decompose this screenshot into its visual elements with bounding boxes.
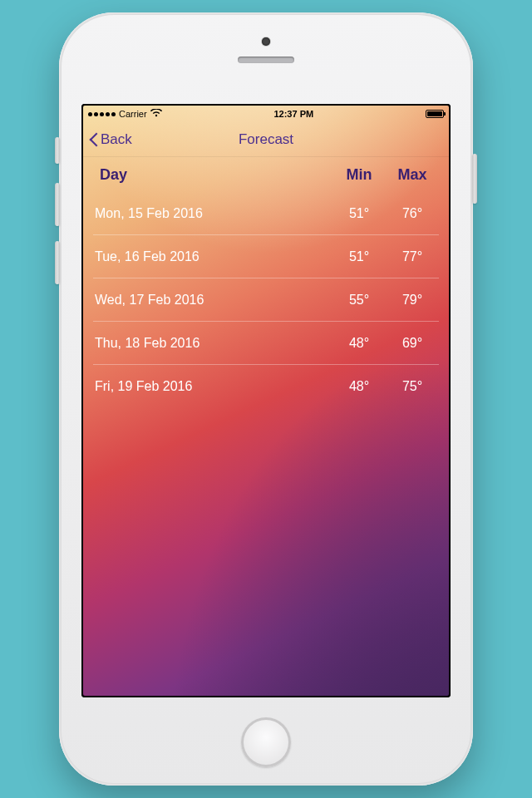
chevron-left-icon bbox=[88, 131, 99, 148]
clock-label: 12:37 PM bbox=[273, 109, 313, 119]
col-day: Day bbox=[93, 166, 332, 184]
carrier-label: Carrier bbox=[119, 109, 147, 119]
battery-icon bbox=[426, 110, 444, 118]
page-title: Forecast bbox=[239, 131, 293, 148]
mute-switch bbox=[55, 137, 60, 164]
table-row: Mon, 15 Feb 2016 51° 76° bbox=[93, 192, 439, 235]
cell-max: 76° bbox=[386, 206, 439, 221]
cell-min: 51° bbox=[332, 206, 386, 221]
cell-day: Tue, 16 Feb 2016 bbox=[93, 249, 332, 264]
cell-max: 69° bbox=[386, 336, 439, 351]
signal-strength-icon bbox=[88, 112, 116, 116]
app-screen: Carrier 12:37 PM Back Forecast bbox=[83, 106, 449, 696]
volume-down-button bbox=[55, 241, 60, 284]
table-header: Day Min Max bbox=[93, 157, 439, 192]
table-row: Thu, 18 Feb 2016 48° 69° bbox=[93, 322, 439, 365]
cell-day: Thu, 18 Feb 2016 bbox=[93, 336, 332, 351]
earpiece-icon bbox=[238, 57, 294, 63]
back-label: Back bbox=[101, 131, 132, 148]
cell-max: 75° bbox=[386, 379, 439, 394]
status-bar: Carrier 12:37 PM bbox=[83, 106, 449, 122]
front-camera-icon bbox=[262, 37, 270, 46]
cell-min: 55° bbox=[332, 293, 386, 308]
forecast-table: Day Min Max Mon, 15 Feb 2016 51° 76° Tue… bbox=[83, 157, 449, 408]
back-button[interactable]: Back bbox=[88, 122, 132, 156]
volume-up-button bbox=[55, 183, 60, 226]
cell-max: 79° bbox=[386, 293, 439, 308]
cell-day: Mon, 15 Feb 2016 bbox=[93, 206, 332, 221]
cell-max: 77° bbox=[386, 249, 439, 264]
cell-min: 48° bbox=[332, 336, 386, 351]
cell-min: 48° bbox=[332, 379, 386, 394]
table-row: Tue, 16 Feb 2016 51° 77° bbox=[93, 235, 439, 278]
wifi-icon bbox=[150, 108, 162, 120]
screen-frame: Carrier 12:37 PM Back Forecast bbox=[81, 104, 451, 697]
cell-day: Fri, 19 Feb 2016 bbox=[93, 379, 332, 394]
table-row: Wed, 17 Feb 2016 55° 79° bbox=[93, 278, 439, 322]
col-min: Min bbox=[332, 166, 386, 184]
col-max: Max bbox=[386, 166, 439, 184]
home-button[interactable] bbox=[241, 717, 291, 767]
table-row: Fri, 19 Feb 2016 48° 75° bbox=[93, 365, 439, 408]
lock-button bbox=[472, 154, 477, 204]
cell-min: 51° bbox=[332, 249, 386, 264]
cell-day: Wed, 17 Feb 2016 bbox=[93, 293, 332, 308]
phone-frame: Carrier 12:37 PM Back Forecast bbox=[59, 12, 473, 786]
nav-bar: Back Forecast bbox=[83, 122, 449, 157]
